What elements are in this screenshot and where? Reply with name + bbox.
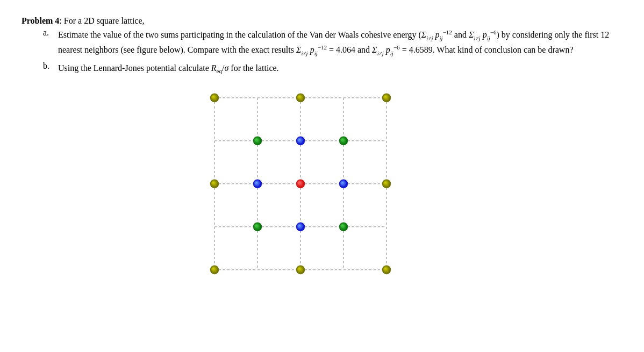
problem-container: Problem 4: For a 2D square lattice, a. E… — [22, 16, 622, 291]
part-b: b. Using the Lennard-Jones potential cal… — [43, 61, 622, 76]
lattice-figure — [204, 87, 440, 291]
part-b-label: b. — [43, 61, 58, 71]
part-b-text: Using the Lennard-Jones potential calcul… — [58, 61, 622, 76]
part-list: a. Estimate the value of the two sums pa… — [43, 28, 622, 76]
part-a-text: Estimate the value of the two sums parti… — [58, 28, 622, 58]
part-a: a. Estimate the value of the two sums pa… — [43, 28, 622, 58]
problem-title: Problem 4 — [22, 16, 59, 25]
figure-container — [22, 87, 622, 291]
part-a-label: a. — [43, 28, 58, 38]
problem-header: Problem 4: For a 2D square lattice, — [22, 16, 622, 26]
problem-intro: : For a 2D square lattice, — [59, 16, 144, 25]
